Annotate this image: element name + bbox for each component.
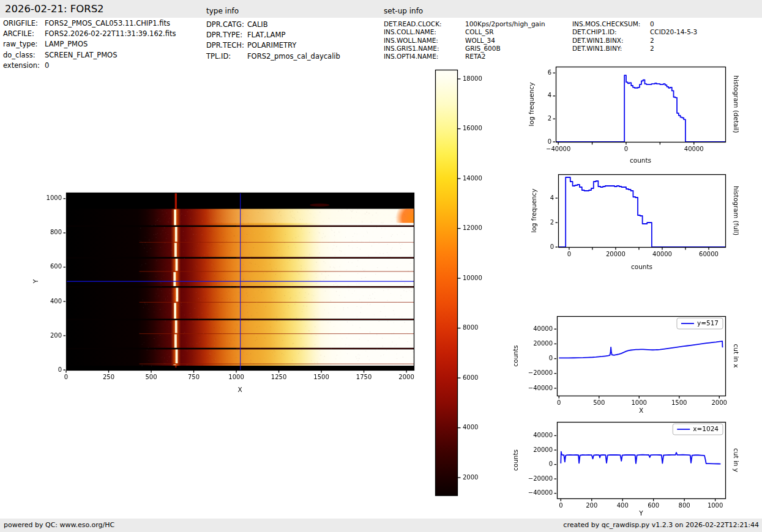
- metadata-label: INS.OPTI4.NAME:: [384, 53, 465, 61]
- metadata-row: INS.WOLL.NAME:WOLL_34: [384, 37, 545, 45]
- metadata-row: raw_type:LAMP_PMOS: [3, 39, 176, 50]
- metadata-label: do_class:: [3, 50, 45, 61]
- metadata-value: RETA2: [465, 53, 485, 61]
- metadata-value: COLL_SR: [465, 28, 494, 36]
- metadata-value: WOLL_34: [465, 37, 495, 45]
- footer-left-text: powered by QC: www.eso.org/HC: [4, 521, 114, 529]
- metadata-row: DPR.CATG:CALIB: [206, 20, 340, 30]
- setup-info-heading: set-up info: [384, 7, 423, 15]
- metadata-row: INS.MOS.CHECKSUM:0: [572, 20, 697, 28]
- metadata-row: do_class:SCREEN_FLAT_PMOS: [3, 50, 176, 61]
- setup-info-block-2: INS.MOS.CHECKSUM:0 DET.CHIP1.ID:CCID20-1…: [572, 20, 697, 53]
- metadata-row: TPL.ID:FORS2_pmos_cal_daycalib: [206, 51, 340, 62]
- metadata-row: DET.WIN1.BINY:2: [572, 45, 697, 53]
- metadata-row: INS.GRIS1.NAME:GRIS_600B: [384, 45, 545, 53]
- metadata-label: DET.READ.CLOCK:: [384, 20, 465, 28]
- metadata-value: CCID20-14-5-3: [650, 28, 697, 36]
- metadata-value: FORS2_pmos_cal_daycalib: [247, 51, 340, 62]
- metadata-label: INS.COLL.NAME:: [384, 28, 465, 36]
- header-bar: 2026-02-21: FORS2 type info set-up info: [0, 0, 762, 18]
- metadata-label: INS.MOS.CHECKSUM:: [572, 20, 650, 28]
- metadata-label: raw_type:: [3, 39, 45, 50]
- metadata-row: INS.OPTI4.NAME:RETA2: [384, 53, 545, 61]
- metadata-label: DET.CHIP1.ID:: [572, 28, 650, 36]
- metadata-label: DPR.CATG:: [206, 20, 247, 30]
- type-info-block: DPR.CATG:CALIB DPR.TYPE:FLAT,LAMP DPR.TE…: [206, 20, 340, 62]
- metadata-value: SCREEN_FLAT_PMOS: [45, 50, 117, 61]
- page-title: 2026-02-21: FORS2: [5, 3, 104, 15]
- metadata-value: LAMP_PMOS: [45, 39, 88, 50]
- setup-info-block-1: DET.READ.CLOCK:100Kps/2ports/high_gain I…: [384, 20, 545, 61]
- metadata-label: DET.WIN1.BINY:: [572, 45, 650, 53]
- metadata-value: 0: [650, 20, 654, 28]
- metadata-label: INS.WOLL.NAME:: [384, 37, 465, 45]
- metadata-value: FORS2_PMOS_CAL053.11.CHIP1.fits: [45, 18, 170, 29]
- metadata-row: DET.CHIP1.ID:CCID20-14-5-3: [572, 28, 697, 36]
- metadata-row: DPR.TYPE:FLAT,LAMP: [206, 30, 340, 40]
- metadata-label: ARCFILE:: [3, 29, 45, 39]
- metadata-row: INS.COLL.NAME:COLL_SR: [384, 28, 545, 36]
- metadata-value: 2: [650, 45, 654, 53]
- metadata-value: FORS2.2026-02-22T11:31:39.162.fits: [45, 29, 176, 39]
- metadata-label: DPR.TECH:: [206, 40, 247, 51]
- metadata-label: DPR.TYPE:: [206, 30, 247, 40]
- metadata-value: GRIS_600B: [465, 45, 501, 53]
- footer-bar: powered by QC: www.eso.org/HC created by…: [0, 519, 762, 532]
- metadata-value: 100Kps/2ports/high_gain: [465, 20, 545, 28]
- metadata-row: DET.READ.CLOCK:100Kps/2ports/high_gain: [384, 20, 545, 28]
- metadata-row: ORIGFILE:FORS2_PMOS_CAL053.11.CHIP1.fits: [3, 18, 176, 29]
- metadata-row: ARCFILE:FORS2.2026-02-22T11:31:39.162.fi…: [3, 29, 176, 39]
- qc-report-page: 2026-02-21: FORS2 type info set-up info …: [0, 0, 762, 532]
- metadata-value: POLARIMETRY: [247, 40, 296, 51]
- figure-canvas: [0, 61, 762, 519]
- metadata-row: DPR.TECH:POLARIMETRY: [206, 40, 340, 51]
- metadata-value: CALIB: [247, 20, 268, 30]
- metadata-value: 2: [650, 37, 654, 45]
- footer-right-text: created by qc_rawdisp.py v1.2.3 on 2026-…: [563, 521, 759, 529]
- metadata-label: DET.WIN1.BINX:: [572, 37, 650, 45]
- metadata-value: FLAT,LAMP: [247, 30, 285, 40]
- type-info-heading: type info: [206, 7, 239, 15]
- metadata-label: INS.GRIS1.NAME:: [384, 45, 465, 53]
- metadata-label: ORIGFILE:: [3, 18, 45, 29]
- metadata-row: DET.WIN1.BINX:2: [572, 37, 697, 45]
- metadata-label: TPL.ID:: [206, 51, 247, 62]
